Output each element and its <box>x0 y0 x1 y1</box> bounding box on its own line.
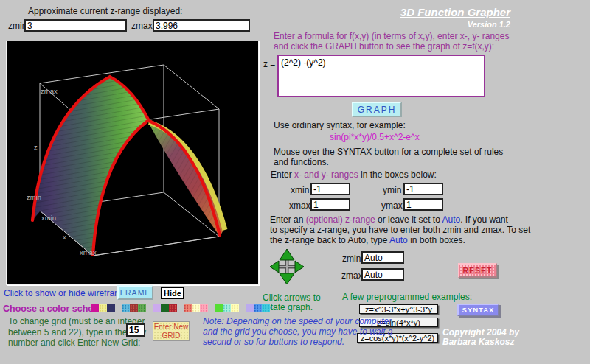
zrange-paragraph: Enter an (optional) z-range or leave it … <box>270 214 530 245</box>
wireframe-label: Click to show or hide wireframe: <box>4 288 129 298</box>
ymin-label: ymin <box>383 185 401 195</box>
rotate-caption-line1: Click arrows to <box>263 293 321 303</box>
plot-panel: zmax z zmin xmin x xmax <box>6 41 259 285</box>
color-swatch[interactable] <box>215 304 223 312</box>
axis-label-xmax: xmax <box>80 248 97 256</box>
rotate-control <box>268 245 306 288</box>
color-swatch[interactable] <box>91 304 99 312</box>
ymin-input[interactable] <box>403 183 443 195</box>
color-swatch[interactable] <box>192 304 200 312</box>
grid-size-input[interactable] <box>126 323 145 337</box>
ymax-input[interactable] <box>403 198 443 211</box>
color-swatch[interactable] <box>122 304 130 312</box>
xmin-label: xmin <box>291 185 309 195</box>
z-equals-label: z = <box>263 59 275 69</box>
app-version: Version 1.2 <box>354 20 510 29</box>
xmin-input[interactable] <box>310 183 350 195</box>
speed-note: Note: Depending on the speed of your com… <box>203 316 393 347</box>
current-zmax-input[interactable] <box>153 19 250 32</box>
hide-button[interactable]: Hide <box>161 287 184 299</box>
note-line3: second or so for buttons to respond. <box>203 337 393 347</box>
zrange-para-line3: the z-range back to Auto, type Auto in b… <box>270 235 530 245</box>
grid-instr-line2: between 5 and 22), type in the new <box>8 327 146 338</box>
color-swatch[interactable] <box>130 304 138 312</box>
color-swatch[interactable] <box>184 304 192 312</box>
grid-button-line1: Enter New <box>154 323 189 332</box>
syntax-line3: and functions. <box>274 157 329 167</box>
graph-button[interactable]: GRAPH <box>352 102 402 117</box>
color-swatch[interactable] <box>169 304 177 312</box>
grid-button-line2: GRID <box>162 332 181 340</box>
color-swatch[interactable] <box>246 304 254 312</box>
xmax-input[interactable] <box>310 198 350 211</box>
formula-input[interactable]: (2^2) -(y^2) <box>277 55 485 97</box>
grid-instr-line1: To change grid (must be an integer <box>8 316 146 327</box>
axis-label-zmin: zmin <box>27 193 41 201</box>
zrange-para-line1: Enter an (optional) z-range or leave it … <box>270 214 530 225</box>
syntax-line2: Mouse over the SYNTAX button for a compl… <box>274 147 503 157</box>
plot-canvas: zmax z zmin xmin x xmax <box>7 41 258 284</box>
axis-label-xmin: xmin <box>41 214 56 222</box>
zrange-displayed-title: Approximate current z-range displayed: <box>28 6 182 16</box>
copyright-line2: Barbara Kaskosz <box>442 337 514 347</box>
note-line2: and the grid you choose, you may have to… <box>203 326 393 337</box>
copyright-line1: Copyright 2004 by <box>442 327 519 337</box>
color-swatch[interactable] <box>99 304 107 312</box>
color-scheme-group[interactable] <box>153 304 177 312</box>
color-scheme-swatches <box>91 304 277 312</box>
current-zmax-label: zmax <box>131 21 153 31</box>
color-scheme-group[interactable] <box>122 304 146 312</box>
color-swatch[interactable] <box>254 304 262 312</box>
reset-button[interactable]: RESET <box>458 263 497 278</box>
current-zmin-input[interactable] <box>24 19 127 32</box>
formula-intro-line2: and click the GRAPH button to see the gr… <box>274 41 494 52</box>
zmax-auto-input[interactable] <box>361 268 404 281</box>
color-swatch[interactable] <box>107 304 115 312</box>
color-swatch[interactable] <box>153 304 161 312</box>
axis-label-z: z <box>34 143 38 151</box>
color-swatch[interactable] <box>138 304 146 312</box>
app-title: 3D Function Grapher <box>354 6 510 18</box>
arrow-down-button[interactable] <box>280 273 294 284</box>
examples-title: A few preprogrammed examples: <box>342 292 472 302</box>
color-swatch[interactable] <box>161 304 169 312</box>
arrow-up-button[interactable] <box>280 249 294 260</box>
ymax-label: ymax <box>381 200 403 211</box>
arrow-right-button[interactable] <box>295 261 304 273</box>
grid-instructions: To change grid (must be an integer betwe… <box>8 316 146 349</box>
zrange-para-line2: to specify a z-range, you have to enter … <box>270 225 530 235</box>
frame-button[interactable]: FRAME <box>117 285 153 300</box>
color-scheme-group[interactable] <box>91 304 115 312</box>
syntax-example: sin(pi*x*y)/0.5+x^2-e^x <box>330 132 420 142</box>
xmax-label: xmax <box>289 200 310 211</box>
color-scheme-group[interactable] <box>215 304 239 312</box>
formula-intro-line1: Enter a formula for f(x,y) (in terms of … <box>274 31 509 41</box>
3d-function-grapher-app: Approximate current z-range displayed: z… <box>0 0 590 364</box>
grid-instr-line3: number and click Enter New Grid: <box>8 337 146 349</box>
arrow-left-button[interactable] <box>270 261 279 273</box>
syntax-button[interactable]: SYNTAX <box>457 304 499 316</box>
note-line1: Note: Depending on the speed of your com… <box>203 316 393 326</box>
color-swatch[interactable] <box>223 304 231 312</box>
zmin-auto-label: zmin <box>342 253 361 264</box>
axis-label-x: x <box>63 233 66 241</box>
color-swatch[interactable] <box>200 304 208 312</box>
color-scheme-group[interactable] <box>184 304 208 312</box>
axis-label-zmax: zmax <box>41 87 58 95</box>
color-swatch[interactable] <box>262 304 270 312</box>
example-button-1[interactable]: z=x^3-3*x+y^3-3*y <box>359 304 438 314</box>
enter-new-grid-button[interactable]: Enter New GRID <box>153 321 190 341</box>
color-scheme-group[interactable] <box>246 304 270 312</box>
zmin-auto-input[interactable] <box>361 251 404 264</box>
zmax-auto-label: zmax <box>341 270 363 281</box>
ranges-intro: Enter x- and y- ranges in the boxes belo… <box>271 169 437 180</box>
syntax-line1: Use ordinary syntax, for example: <box>274 120 406 130</box>
color-swatch[interactable] <box>231 304 239 312</box>
